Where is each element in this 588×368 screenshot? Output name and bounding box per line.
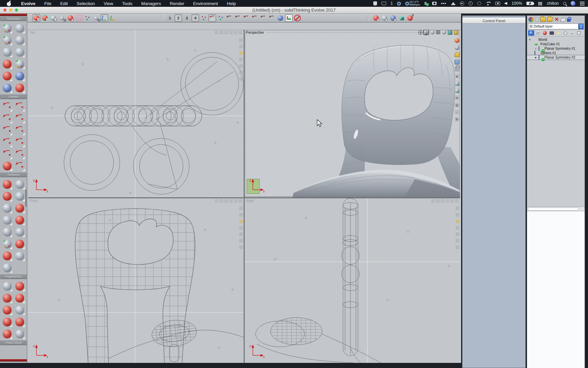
project-tool[interactable] xyxy=(1,82,13,94)
point-scatter-button[interactable] xyxy=(217,14,225,22)
display-status-icon[interactable] xyxy=(381,2,386,5)
faint-side-icon[interactable] xyxy=(239,226,243,230)
zoom-selection-button[interactable] xyxy=(67,14,74,22)
cube-trim-tool[interactable] xyxy=(13,226,26,238)
toolbar-grip[interactable] xyxy=(28,15,30,21)
surface-disc-button[interactable] xyxy=(277,14,284,22)
selection-options-button[interactable] xyxy=(50,14,57,22)
menu-environment[interactable]: Environment xyxy=(193,1,218,6)
rotate-tool[interactable] xyxy=(13,22,26,34)
circle-tool[interactable] xyxy=(13,112,26,124)
camera-view-icon[interactable] xyxy=(455,45,459,50)
spreadsheet-status-icon[interactable] xyxy=(538,2,542,5)
snap-to-grid-button[interactable] xyxy=(75,14,83,22)
render-region-icon[interactable] xyxy=(455,38,459,43)
faint-side-icon[interactable] xyxy=(239,77,243,81)
lighting-cube-icon[interactable] xyxy=(454,30,459,35)
open-folder-icon[interactable] xyxy=(547,17,553,22)
menu-selection[interactable]: Selection xyxy=(77,1,95,6)
curve-normal-button[interactable] xyxy=(260,14,267,22)
tab-layers[interactable] xyxy=(535,30,541,36)
faint-side-icon[interactable] xyxy=(239,213,243,217)
wave-surface-tool[interactable] xyxy=(13,214,26,226)
render-help-button[interactable]: ? xyxy=(406,14,414,22)
pen-status-icon[interactable] xyxy=(373,1,377,5)
new-material-icon[interactable] xyxy=(528,17,534,22)
menu-tools[interactable]: Tools xyxy=(122,1,132,6)
viewport-right[interactable]: Right z y xyxy=(245,198,460,363)
collapse-icon[interactable]: ▾ xyxy=(455,74,459,79)
faint-side-icon[interactable] xyxy=(456,206,459,210)
hidden-line-mode-icon[interactable] xyxy=(430,30,435,35)
palette-scroll-down[interactable] xyxy=(0,359,27,362)
tab-world[interactable] xyxy=(528,30,534,36)
faint-display-icon[interactable] xyxy=(215,31,218,34)
faint-side-icon[interactable] xyxy=(239,64,243,68)
nurbs-surface-tool[interactable] xyxy=(1,178,13,190)
line-tool[interactable] xyxy=(13,100,26,112)
menu-edit[interactable]: Edit xyxy=(60,1,68,6)
material-preview-icon[interactable] xyxy=(441,30,446,35)
render-settings-button[interactable] xyxy=(372,14,380,22)
inactive-slot-icon[interactable] xyxy=(535,17,539,21)
faint-display-icon[interactable] xyxy=(229,31,233,34)
screenshot-status-icon[interactable] xyxy=(432,2,437,5)
menu-render[interactable]: Render xyxy=(170,1,184,6)
faint-side-icon[interactable] xyxy=(239,206,243,210)
construction-plane-4-button[interactable]: 4 xyxy=(192,14,199,22)
arc-tool[interactable] xyxy=(1,112,13,124)
hat-surface-tool[interactable] xyxy=(1,226,13,238)
faint-side-icon[interactable] xyxy=(239,58,243,61)
rectangle-tool[interactable] xyxy=(1,124,13,136)
polynurbs-merge-tool[interactable] xyxy=(1,304,13,316)
snap-to-points-button[interactable] xyxy=(84,14,91,22)
viewport-front[interactable]: Front z x xyxy=(28,198,244,363)
curve-edit-button[interactable] xyxy=(209,14,216,22)
delete-item-icon[interactable]: ✕ xyxy=(554,17,559,22)
faint-display-icon[interactable] xyxy=(450,199,454,203)
new-folder-icon[interactable] xyxy=(540,17,546,22)
ring-surface-tool[interactable] xyxy=(1,190,13,202)
menu-evolve[interactable]: Evolve xyxy=(21,1,35,6)
corner-patch-tool[interactable] xyxy=(1,202,13,214)
faint-display-icon[interactable] xyxy=(445,199,449,203)
curve-on-surface-tool[interactable] xyxy=(1,160,13,172)
curve-tangent-button[interactable] xyxy=(251,14,259,22)
view-folder-icon[interactable] xyxy=(455,52,459,57)
tab-cameras[interactable] xyxy=(549,30,555,36)
measure-icon[interactable] xyxy=(455,60,459,64)
apple-menu-icon[interactable] xyxy=(7,1,11,6)
sketch-deform-tool[interactable] xyxy=(13,82,26,94)
volume-status-icon[interactable] xyxy=(505,2,507,5)
faint-side-icon[interactable] xyxy=(239,71,243,74)
faint-display-icon[interactable] xyxy=(219,199,223,203)
tree-row-sphere[interactable]: Sphere #1 xyxy=(527,51,585,55)
deform-object-tool[interactable] xyxy=(13,58,26,70)
construction-plane-2-button[interactable]: 2 xyxy=(175,14,182,22)
group-selection-button[interactable] xyxy=(41,14,49,22)
toolbar-grip[interactable] xyxy=(161,15,163,21)
siri-status-icon[interactable] xyxy=(571,1,575,6)
dolly-icon[interactable]: ↓ xyxy=(455,110,459,114)
notification-center-status-icon[interactable] xyxy=(580,2,585,5)
offset-planes-tool[interactable] xyxy=(1,262,13,274)
orbit-constrained-icon[interactable] xyxy=(455,88,459,93)
faint-display-icon[interactable] xyxy=(436,199,440,203)
input-source-status-icon[interactable]: 1 xyxy=(391,1,393,6)
faint-side-icon[interactable] xyxy=(456,213,459,217)
more-status-icon[interactable]: ••• xyxy=(441,1,446,6)
cylinder-rings-tool[interactable] xyxy=(1,238,13,250)
polynurbs-split-tool[interactable] xyxy=(13,304,26,316)
tree-horizontal-scrollbar[interactable] xyxy=(527,207,585,211)
blend-curve-tool[interactable] xyxy=(1,136,13,148)
clear-item-icon[interactable] xyxy=(560,18,566,21)
plot-options-button[interactable] xyxy=(285,14,293,22)
translate-tool[interactable] xyxy=(1,22,13,34)
select-by-object-button[interactable] xyxy=(58,14,66,22)
faint-side-icon[interactable] xyxy=(239,232,243,236)
polynurbs-wing-tool[interactable] xyxy=(13,328,26,340)
environment-settings-button[interactable] xyxy=(398,14,405,22)
tab-construction[interactable] xyxy=(576,30,582,36)
polynurbs-part-tool[interactable] xyxy=(1,328,13,340)
layer-selector[interactable]: Default layer xyxy=(528,24,578,29)
